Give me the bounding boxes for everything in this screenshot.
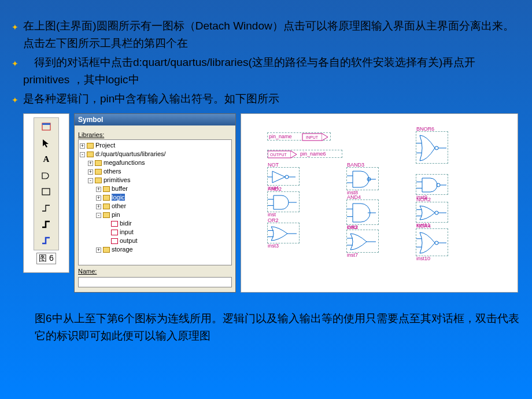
bullet-text: 得到的对话框中点击d:quart/quartus/libraries(这里的路径… [23,54,520,89]
toolbar-figure: A 图 6 [23,113,69,273]
bullet-icon: ✦ [12,57,19,89]
schematic-symbol[interactable]: OR2inst3 [267,223,300,243]
schematic-symbol[interactable]: OR3inst7 [346,230,379,253]
schematic-symbol[interactable]: BNOR6 [416,131,448,164]
svg-text:INPUT: INPUT [306,135,319,139]
schematic-symbol[interactable]: NOR2inst11 [416,202,448,223]
tree-node[interactable]: output [104,237,230,245]
name-label: Name: [78,268,232,275]
svg-text:OUTPUT: OUTPUT [270,153,287,157]
tree-node[interactable]: +megafunctions [88,158,230,167]
bullet-icon: ✦ [12,21,19,53]
wire-icon[interactable] [39,201,53,215]
bottom-paragraph: 图6中从上至下第6个图标为连线所用。逻辑门以及输入输出等的使用只需要点至其对话框… [35,310,520,345]
tree-node[interactable]: input [104,228,230,237]
tree-node[interactable]: -pin [96,210,230,219]
tree-node[interactable]: -primitives [88,176,230,184]
bullet-item: ✦ 得到的对话框中点击d:quart/quartus/libraries(这里的… [12,54,520,89]
tree-node[interactable]: +others [88,167,230,176]
svg-point-26 [435,146,438,150]
svg-rect-1 [42,123,50,125]
tree-node[interactable]: -d:/quart/quartus/libraries/ [80,150,230,158]
toolbar-caption: 图 6 [36,253,56,264]
symbol-title: Symbol [75,114,235,125]
bullet-item: ✦ 在上图(主界面)圆圈所示有一图标（Detach Window）点击可以将原理… [12,17,520,53]
svg-rect-2 [42,189,50,195]
arrow-icon[interactable] [39,136,53,150]
schematic-symbol[interactable]: pin_nameINPUT [267,132,331,141]
schematic-symbol[interactable]: NOR4inst10 [416,228,448,256]
name-input[interactable] [78,277,232,287]
tree-node[interactable]: +storage [96,245,230,254]
schematic-canvas[interactable]: pin_nameINPUTOUTPUTpin_name6NOTinst4AND2… [241,113,518,293]
svg-point-34 [435,211,438,215]
block-icon[interactable] [39,185,53,199]
text-icon[interactable]: A [39,153,53,167]
bus-icon[interactable] [39,217,53,231]
symbol-icon[interactable] [39,169,53,183]
tree-node[interactable]: +other [96,202,230,210]
svg-point-38 [435,241,438,245]
bullet-text: 是各种逻辑门，pin中含有输入输出符号。如下图所示 [23,90,520,108]
schematic-symbol[interactable]: inst9 [416,174,448,195]
symbol-dialog: Symbol Libraries: +Project-d:/quart/quar… [74,113,236,293]
conduit-icon[interactable] [39,234,53,247]
schematic-symbol[interactable]: BAND3inst8 [346,167,379,190]
detach-window-icon[interactable] [39,120,53,134]
schematic-symbol[interactable]: AND4inst2 [346,200,379,225]
bullet-item: ✦ 是各种逻辑门，pin中含有输入输出符号。如下图所示 [12,90,520,108]
schematic-symbol[interactable]: NOTinst4 [267,167,300,186]
bullet-icon: ✦ [12,94,19,108]
tree-node[interactable]: bidir [104,219,230,228]
tree-node[interactable]: +logic [96,193,230,202]
schematic-symbol[interactable]: OUTPUTpin_name6 [267,150,342,158]
bullet-text: 在上图(主界面)圆圈所示有一图标（Detach Window）点击可以将原理图输… [23,17,520,53]
tree-node[interactable]: +Project [80,141,230,150]
tree-node[interactable]: +buffer [96,184,230,193]
libraries-tree[interactable]: +Project-d:/quart/quartus/libraries/+meg… [78,139,232,265]
schematic-symbol[interactable]: AND2inst [267,191,300,212]
libraries-label: Libraries: [78,131,232,138]
